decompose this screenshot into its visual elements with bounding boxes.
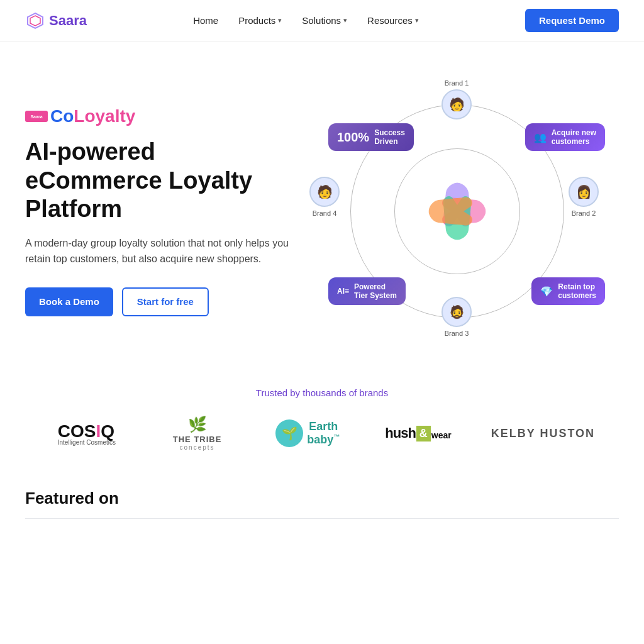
nav-home[interactable]: Home bbox=[193, 15, 218, 26]
coloyalty-logo-small: Saara bbox=[25, 111, 48, 122]
trust-section: Trusted by thousands of brands COSIQ Int… bbox=[0, 369, 644, 464]
featured-title: Featured on bbox=[25, 489, 619, 508]
brand-4-label: Brand 4 bbox=[313, 209, 337, 217]
nav-products[interactable]: Products ▾ bbox=[238, 15, 282, 26]
brand-3-label: Brand 3 bbox=[445, 330, 469, 337]
logo[interactable]: Saara bbox=[25, 11, 87, 31]
navbar: Saara Home Products ▾ Solutions ▾ Resour… bbox=[0, 0, 644, 42]
featured-section: Featured on bbox=[0, 464, 644, 531]
featured-divider bbox=[25, 518, 619, 519]
logo-text: Saara bbox=[49, 13, 87, 29]
brand-3-avatar: 🧔 bbox=[441, 297, 472, 327]
brand-4: 🧑 Brand 4 bbox=[309, 177, 340, 217]
logo-tribe: 🌿 the tribe concepts bbox=[160, 416, 235, 451]
hands-icon bbox=[413, 167, 501, 255]
pill-success-driven: 100% SuccessDriven bbox=[328, 123, 414, 151]
brand-4-avatar: 🧑 bbox=[309, 177, 340, 207]
pill-acquire-customers: 👥 Acquire newcustomers bbox=[525, 123, 605, 151]
pill-retain-customers: 💎 Retain topcustomers bbox=[531, 277, 605, 305]
brand-2: 👩 Brand 2 bbox=[569, 177, 599, 217]
brand-logos: COSIQ Intelligent Cosmetics 🌿 the tribe … bbox=[25, 416, 619, 451]
coloyalty-text: CoLoyalty bbox=[50, 106, 135, 126]
logo-earthbaby: 🌱 Earthbaby™ bbox=[270, 419, 345, 447]
hero-diagram: Brand 1 🧑 👩 Brand 2 🧔 Brand 3 🧑 Brand 4 bbox=[296, 79, 619, 343]
nav-links: Home Products ▾ Solutions ▾ Resources ▾ bbox=[193, 15, 419, 26]
logo-hushwear: hush & wear bbox=[380, 425, 456, 441]
brand-3: 🧔 Brand 3 bbox=[441, 297, 472, 337]
brand-2-label: Brand 2 bbox=[572, 209, 596, 217]
logo-cosiq: COSIQ Intelligent Cosmetics bbox=[49, 421, 125, 446]
kelby-huston-text: KELBY HUSTON bbox=[491, 427, 595, 440]
nav-solutions[interactable]: Solutions ▾ bbox=[302, 15, 347, 26]
hero-description: A modern-day group loyalty solution that… bbox=[25, 235, 296, 267]
request-demo-button[interactable]: Request Demo bbox=[525, 9, 619, 32]
book-demo-button[interactable]: Book a Demo bbox=[25, 287, 113, 316]
svg-marker-1 bbox=[30, 16, 40, 26]
start-free-button[interactable]: Start for free bbox=[122, 287, 209, 316]
nav-resources[interactable]: Resources ▾ bbox=[367, 15, 419, 26]
trust-label: Trusted by thousands of brands bbox=[25, 387, 619, 398]
pill-ai-tier: AI≡ PoweredTier System bbox=[328, 277, 406, 305]
hero-left: Saara CoLoyalty AI-powered eCommerce Loy… bbox=[25, 106, 296, 316]
brand-1-label: Brand 1 bbox=[445, 79, 469, 87]
diagram-container: Brand 1 🧑 👩 Brand 2 🧔 Brand 3 🧑 Brand 4 bbox=[309, 86, 605, 337]
brand-1-avatar: 🧑 bbox=[441, 89, 472, 119]
hero-section: Saara CoLoyalty AI-powered eCommerce Loy… bbox=[0, 42, 644, 369]
coloyalty-brand: Saara CoLoyalty bbox=[25, 106, 296, 126]
resources-chevron-icon: ▾ bbox=[415, 16, 419, 25]
products-chevron-icon: ▾ bbox=[278, 16, 282, 25]
brand-2-avatar: 👩 bbox=[569, 177, 599, 207]
hero-heading: AI-powered eCommerce Loyalty Platform bbox=[25, 138, 296, 224]
hero-buttons: Book a Demo Start for free bbox=[25, 287, 296, 316]
bottom-spacer bbox=[0, 531, 644, 607]
brand-1: Brand 1 🧑 bbox=[441, 79, 472, 119]
solutions-chevron-icon: ▾ bbox=[343, 16, 347, 25]
logo-kelby-huston: KELBY HUSTON bbox=[491, 427, 595, 440]
